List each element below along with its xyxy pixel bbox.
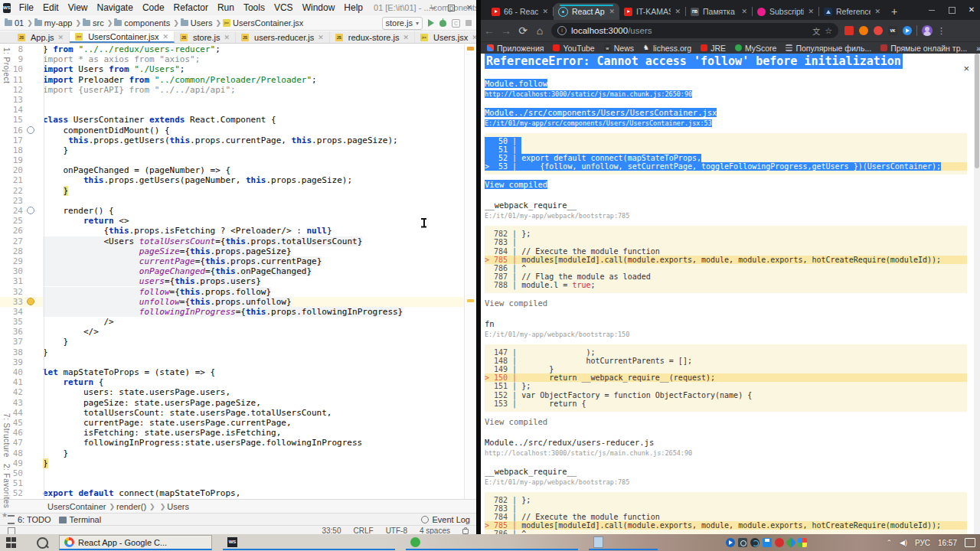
clock[interactable]: 16:57 xyxy=(938,539,957,547)
code-line[interactable]: 44 totalUsersCount: state.usersPage.tota… xyxy=(0,408,464,418)
tab-close-icon[interactable]: ✕ xyxy=(403,34,409,41)
code-line[interactable]: 12import {userAPI} from "../../api/api"; xyxy=(0,85,464,95)
tray-cube-icon[interactable] xyxy=(798,538,807,547)
event-log-button[interactable]: Event Log xyxy=(421,515,470,524)
menu-help[interactable]: Help xyxy=(339,2,368,13)
tool-window-toggle-icon[interactable] xyxy=(8,527,15,534)
browser-close-button[interactable]: ✕ xyxy=(968,6,975,14)
breadcrumb-users[interactable]: Users❯ xyxy=(181,18,221,28)
breadcrumb-components[interactable]: components❯ xyxy=(114,18,178,28)
code-line[interactable]: 27 <Users totalUsersCount={this.props.to… xyxy=(0,236,464,246)
code-line[interactable]: 46 isFetching: state.usersPage.isFetchin… xyxy=(0,428,464,438)
tab-close-icon[interactable]: ✕ xyxy=(609,8,615,15)
code-line[interactable]: 41 return { xyxy=(0,377,464,387)
tab-close-icon[interactable]: ✕ xyxy=(741,8,747,15)
code-line[interactable]: 37 } xyxy=(0,337,464,347)
tab-close-icon[interactable]: ✕ xyxy=(318,34,324,41)
warning-stripe-mark[interactable] xyxy=(467,299,474,302)
tab-users.jsx[interactable]: jsxUsers.jsx✕ xyxy=(415,31,476,43)
code-line[interactable]: 30 onPageChanged={this.onPageChanged} xyxy=(0,266,464,276)
debug-button[interactable] xyxy=(439,20,446,27)
browser-scrollbar[interactable] xyxy=(974,54,980,534)
code-line[interactable]: 40let mapStateToProps = (state) => { xyxy=(0,367,464,377)
address-bar[interactable]: i localhost:3000/users 文 ☆ xyxy=(551,23,838,38)
taskbar-search-icon[interactable] xyxy=(37,537,48,549)
breadcrumb-src[interactable]: src❯ xyxy=(83,18,113,28)
code-line[interactable]: 25 return <> xyxy=(0,216,464,226)
bookmark-youtube[interactable]: YouTube xyxy=(553,44,594,53)
bookmark-news[interactable]: wNews xyxy=(604,44,634,53)
tray-red-icon[interactable] xyxy=(775,538,784,547)
extension-icon-red[interactable] xyxy=(844,26,854,35)
code-line[interactable]: 51 xyxy=(0,478,464,488)
code-line[interactable]: 42 users: state.usersPage.users, xyxy=(0,387,464,397)
sidebar-item-structure[interactable]: 7: Structure xyxy=(0,413,11,458)
menu-window[interactable]: Window xyxy=(298,2,340,13)
tab-users-reducer.js[interactable]: JSusers-reducer.js✕ xyxy=(236,31,330,43)
code-line[interactable]: 48 } xyxy=(0,448,464,458)
browser-minimize-button[interactable] xyxy=(928,6,936,14)
new-tab-button[interactable]: + xyxy=(891,5,897,18)
code-line[interactable]: 32 follow={this.props.follow} xyxy=(0,287,464,297)
taskbar-app3-task[interactable] xyxy=(406,535,578,550)
code-line[interactable]: 33 unfollow={this.props.unfollow} xyxy=(0,297,464,307)
tray-floppy-icon[interactable] xyxy=(763,538,772,547)
code-line[interactable]: 11import Preloader from "../common/Prelo… xyxy=(0,75,464,85)
taskbar-chrome-task[interactable]: React App - Google C... xyxy=(59,535,212,550)
tray-gear-icon[interactable] xyxy=(738,538,747,547)
menu-view[interactable]: View xyxy=(64,2,93,13)
code-line[interactable]: 19 xyxy=(0,155,464,165)
code-line[interactable]: 31 users={this.props.users} xyxy=(0,276,464,286)
taskbar-webstorm-task[interactable]: WS xyxy=(223,535,395,550)
editor-error-stripe[interactable] xyxy=(464,44,476,499)
menu-edit[interactable]: Edit xyxy=(38,2,64,13)
code-line[interactable]: 14 xyxy=(0,105,464,115)
tray-swirl-icon[interactable] xyxy=(750,538,760,547)
tab-app.js[interactable]: JSApp.js✕ xyxy=(12,31,70,43)
file-encoding[interactable]: UTF-8 xyxy=(386,527,407,535)
menu-tools[interactable]: Tools xyxy=(239,2,270,13)
tray-expand-icon[interactable]: ⌃ xyxy=(886,539,892,546)
code-line[interactable]: 49} xyxy=(0,458,464,468)
code-line[interactable]: 52export default connect(mapStateToProps… xyxy=(0,488,464,498)
menu-refactor[interactable]: Refactor xyxy=(169,2,213,13)
tab-close-icon[interactable]: ✕ xyxy=(224,34,230,41)
bottom-breadcrumb-item[interactable]: Users xyxy=(167,502,189,511)
bottom-breadcrumb-item[interactable]: UsersContainer❯ xyxy=(47,502,115,511)
code-line[interactable]: 24 render() { xyxy=(0,206,464,216)
tab-store.js[interactable]: JSstore.js✕ xyxy=(175,31,236,43)
tab-redux-store.js[interactable]: JSredux-store.js✕ xyxy=(330,31,415,43)
forward-button[interactable]: → xyxy=(498,24,514,37)
code-line[interactable]: 45 currentPage: state.usersPage.currentP… xyxy=(0,418,464,428)
bookmark-популярные-филь-[interactable]: Популярные филь... xyxy=(786,44,871,53)
code-line[interactable]: 9import * as axios from "axios"; xyxy=(0,54,464,64)
breadcrumb-userscontainer.jsx[interactable]: jsxUsersContainer.jsx xyxy=(223,18,303,28)
code-line[interactable]: 22 } xyxy=(0,186,464,196)
code-line[interactable]: 13 xyxy=(0,95,464,105)
terminal-tool-button[interactable]: Terminal xyxy=(59,515,102,524)
code-line[interactable]: 34 followingInProgress={this.props.follo… xyxy=(0,307,464,317)
site-info-icon[interactable]: i xyxy=(557,26,567,35)
vk-extension-icon[interactable]: VK xyxy=(888,26,897,35)
tab-close-icon[interactable]: ✕ xyxy=(675,8,681,15)
code-line[interactable]: 17 this.props.getUsers(this.props.curren… xyxy=(0,135,464,145)
overlay-close-icon[interactable]: × xyxy=(963,63,969,74)
override-marker-icon[interactable] xyxy=(26,126,35,135)
tray-diamond-icon[interactable] xyxy=(786,537,796,548)
start-button[interactable] xyxy=(6,537,17,548)
ide-maximize-button[interactable] xyxy=(447,4,455,11)
notification-center-icon[interactable] xyxy=(965,538,975,547)
back-button[interactable]: ← xyxy=(481,24,498,37)
tab-userscontainer.jsx[interactable]: jsxUsersContainer.jsx✕ xyxy=(70,31,175,43)
coverage-button[interactable]: C xyxy=(452,19,460,28)
inspection-status-icon[interactable] xyxy=(467,47,474,51)
browser-tab-1[interactable]: 66 - React J✕ xyxy=(487,3,553,20)
ide-minimize-button[interactable] xyxy=(429,4,436,11)
browser-tab-5[interactable]: Subscription✕ xyxy=(753,3,818,20)
browser-tab-3[interactable]: IT-KAMASU✕ xyxy=(619,3,685,20)
code-line[interactable]: 39 xyxy=(0,357,464,367)
view-compiled-link[interactable]: View compiled xyxy=(485,417,547,426)
browser-tab-6[interactable]: ReferenceEr✕ xyxy=(819,3,885,20)
code-line[interactable]: 18 } xyxy=(0,145,464,155)
sidebar-item-project[interactable]: 1: Project xyxy=(0,47,11,83)
